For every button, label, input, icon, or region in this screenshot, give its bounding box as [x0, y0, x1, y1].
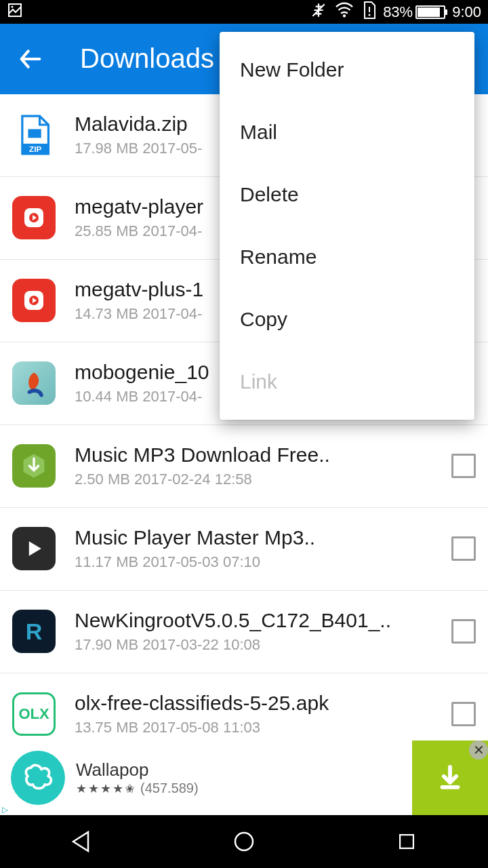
adchoices-icon[interactable]: ▷ [0, 804, 10, 815]
menu-item-copy[interactable]: Copy [220, 288, 474, 351]
app-icon [12, 361, 56, 405]
nav-recent-button[interactable] [386, 821, 427, 862]
file-meta: 11.17 MB 2017-05-03 07:10 [75, 553, 445, 571]
list-item[interactable]: R NewKingrootV5.0.5_C172_B401_.. 17.90 M… [0, 591, 488, 673]
ad-banner[interactable]: Wallapop ★★★★✬ (457.589) ✕ ▷ [0, 741, 488, 814]
app-icon [12, 444, 56, 488]
menu-item-mail[interactable]: Mail [220, 101, 474, 163]
file-name: olx-free-classifieds-5-25.apk [75, 692, 445, 715]
nav-home-button[interactable] [224, 821, 264, 862]
app-icon [12, 279, 56, 322]
ad-app-icon [11, 751, 65, 805]
svg-point-17 [235, 833, 253, 850]
svg-point-1 [11, 5, 13, 7]
file-meta: 13.75 MB 2017-05-08 11:03 [75, 719, 445, 736]
context-menu: New Folder Mail Delete Rename Copy Link [220, 32, 474, 420]
list-item[interactable]: Music Player Master Mp3.. 11.17 MB 2017-… [0, 508, 488, 591]
svg-text:ZIP: ZIP [29, 144, 41, 153]
wifi-icon [334, 2, 354, 22]
svg-rect-6 [28, 130, 41, 138]
ad-rating-count: (457.589) [140, 781, 199, 796]
screenshot-saved-icon [7, 2, 23, 22]
list-item[interactable]: Music MP3 Download Free.. 2.50 MB 2017-0… [0, 425, 488, 508]
page-title: Downloads [80, 43, 214, 74]
app-icon [12, 196, 56, 239]
svg-point-5 [369, 14, 371, 16]
clock: 9:00 [452, 3, 481, 21]
ad-title: Wallapop [76, 760, 412, 781]
app-icon: R [12, 610, 56, 653]
svg-rect-0 [9, 4, 21, 16]
menu-item-delete[interactable]: Delete [220, 163, 474, 226]
svg-point-3 [343, 14, 346, 17]
file-meta: 17.90 MB 2017-03-22 10:08 [75, 636, 445, 654]
menu-item-link[interactable]: Link [220, 351, 474, 413]
star-rating-icon: ★★★★✬ [76, 781, 136, 796]
svg-marker-16 [73, 832, 88, 851]
status-bar: 83% 9:00 [0, 0, 488, 24]
system-nav-bar [0, 815, 488, 868]
battery-icon [415, 5, 445, 19]
file-meta: 2.50 MB 2017-02-24 12:58 [75, 471, 445, 488]
file-name: Music Player Master Mp3.. [75, 526, 445, 549]
mute-icon [310, 1, 327, 23]
checkbox[interactable] [451, 536, 476, 561]
nav-back-button[interactable] [61, 821, 102, 862]
app-icon [12, 527, 56, 570]
battery-percent: 83% [383, 3, 413, 21]
sim-alert-icon [361, 1, 376, 23]
checkbox[interactable] [451, 454, 476, 478]
zip-file-icon: ZIP [12, 113, 56, 157]
svg-marker-15 [29, 541, 41, 556]
list-item[interactable]: OLX olx-free-classifieds-5-25.apk 13.75 … [0, 673, 488, 741]
svg-rect-18 [400, 835, 413, 848]
file-name: NewKingrootV5.0.5_C172_B401_.. [75, 609, 445, 632]
app-icon: OLX [12, 692, 56, 736]
menu-item-new-folder[interactable]: New Folder [220, 39, 474, 101]
checkbox[interactable] [451, 619, 476, 644]
back-button[interactable] [14, 42, 47, 76]
file-name: Music MP3 Download Free.. [75, 443, 445, 467]
menu-item-rename[interactable]: Rename [220, 226, 474, 288]
checkbox[interactable] [451, 702, 476, 726]
